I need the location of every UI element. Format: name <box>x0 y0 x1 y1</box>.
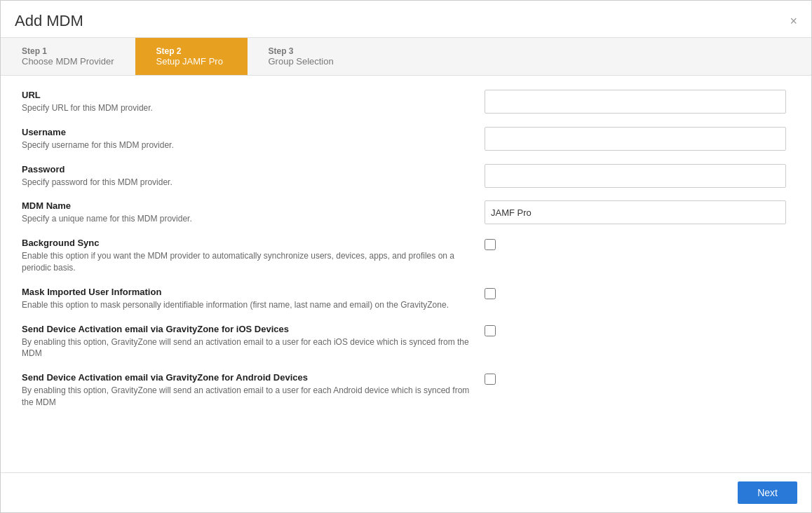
mdm-name-input[interactable] <box>485 200 786 224</box>
step-3: Step 3 Group Selection <box>248 38 360 75</box>
mask-imported-row: Mask Imported User Information Enable th… <box>22 287 790 311</box>
send-ios-row: Send Device Activation email via Gravity… <box>22 324 790 360</box>
step-2: Step 2 Setup JAMF Pro <box>135 38 248 75</box>
username-row: Username Specify username for this MDM p… <box>22 127 790 151</box>
background-sync-checkbox[interactable] <box>485 239 496 250</box>
send-ios-control-group <box>485 324 790 336</box>
mask-imported-label-group: Mask Imported User Information Enable th… <box>22 287 485 311</box>
url-label-group: URL Specify URL for this MDM provider. <box>22 90 485 114</box>
step-2-label: Setup JAMF Pro <box>156 56 226 67</box>
steps-bar: Step 1 Choose MDM Provider Step 2 Setup … <box>1 38 811 76</box>
mask-imported-checkbox[interactable] <box>485 288 496 299</box>
dialog-body: URL Specify URL for this MDM provider. U… <box>1 76 811 472</box>
username-label: Username <box>22 127 471 137</box>
mdm-name-row: MDM Name Specify a unique name for this … <box>22 200 790 225</box>
send-ios-label: Send Device Activation email via Gravity… <box>22 324 471 334</box>
dialog-header: Add MDM × <box>1 1 811 38</box>
step-3-number: Step 3 <box>269 46 339 56</box>
password-control-group <box>485 164 790 188</box>
background-sync-row: Background Sync Enable this option if yo… <box>22 238 790 274</box>
mask-imported-description: Enable this option to mask personally id… <box>22 299 471 311</box>
background-sync-label-group: Background Sync Enable this option if yo… <box>22 238 485 274</box>
background-sync-description: Enable this option if you want the MDM p… <box>22 250 471 274</box>
username-label-group: Username Specify username for this MDM p… <box>22 127 485 151</box>
password-description: Specify password for this MDM provider. <box>22 177 471 189</box>
url-control-group <box>485 90 790 114</box>
step-3-label: Group Selection <box>269 56 339 67</box>
mdm-name-label: MDM Name <box>22 200 471 211</box>
mask-imported-label: Mask Imported User Information <box>22 287 471 297</box>
password-input[interactable] <box>485 164 786 188</box>
send-ios-label-group: Send Device Activation email via Gravity… <box>22 324 485 360</box>
mask-imported-control-group <box>485 287 790 299</box>
username-input[interactable] <box>485 127 786 151</box>
send-android-checkbox[interactable] <box>485 374 496 385</box>
username-control-group <box>485 127 790 151</box>
step-2-number: Step 2 <box>156 46 226 56</box>
send-ios-checkbox[interactable] <box>485 325 496 336</box>
send-android-description: By enabling this option, GravityZone wil… <box>22 385 471 409</box>
close-icon[interactable]: × <box>790 14 797 29</box>
step-1: Step 1 Choose MDM Provider <box>1 38 135 75</box>
mdm-name-label-group: MDM Name Specify a unique name for this … <box>22 200 485 225</box>
add-mdm-dialog: Add MDM × Step 1 Choose MDM Provider Ste… <box>0 0 812 513</box>
background-sync-control-group <box>485 238 790 250</box>
dialog-footer: Next <box>1 472 811 512</box>
send-android-label-group: Send Device Activation email via Gravity… <box>22 372 485 409</box>
password-label: Password <box>22 164 471 175</box>
send-ios-description: By enabling this option, GravityZone wil… <box>22 336 471 360</box>
url-input[interactable] <box>485 90 786 114</box>
send-android-row: Send Device Activation email via Gravity… <box>22 372 790 409</box>
password-row: Password Specify password for this MDM p… <box>22 164 790 189</box>
step-1-number: Step 1 <box>22 46 114 56</box>
url-description: Specify URL for this MDM provider. <box>22 102 471 114</box>
username-description: Specify username for this MDM provider. <box>22 139 471 151</box>
mdm-name-control-group <box>485 200 790 224</box>
send-android-label: Send Device Activation email via Gravity… <box>22 372 471 383</box>
dialog-title: Add MDM <box>15 12 83 30</box>
url-label: URL <box>22 90 471 100</box>
background-sync-label: Background Sync <box>22 238 471 248</box>
url-row: URL Specify URL for this MDM provider. <box>22 90 790 114</box>
mdm-name-description: Specify a unique name for this MDM provi… <box>22 213 471 225</box>
step-1-label: Choose MDM Provider <box>22 56 114 67</box>
password-label-group: Password Specify password for this MDM p… <box>22 164 485 189</box>
send-android-control-group <box>485 372 790 385</box>
next-button[interactable]: Next <box>738 481 797 504</box>
